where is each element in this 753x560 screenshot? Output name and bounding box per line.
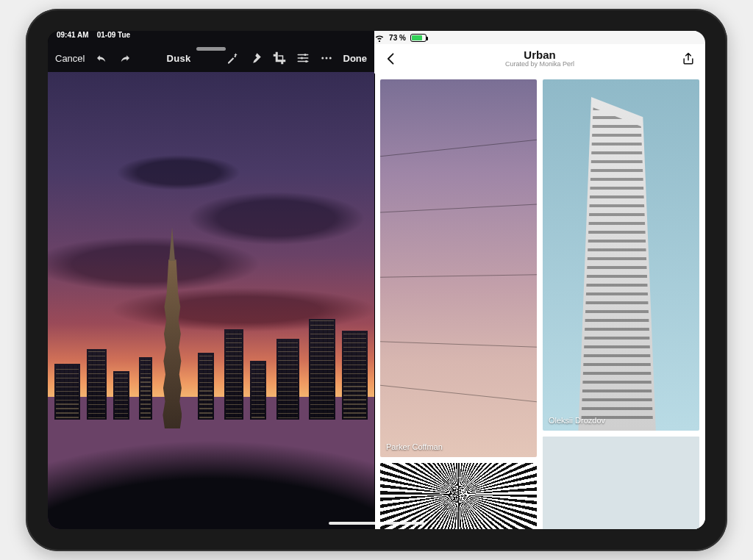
status-date: 01-09 Tue	[97, 31, 130, 39]
magic-wand-ml-icon[interactable]	[226, 51, 239, 65]
undo-icon[interactable]	[95, 51, 108, 65]
split-divider[interactable]	[374, 31, 375, 529]
status-time: 09:41 AM	[57, 31, 89, 39]
svg-point-3	[321, 57, 324, 60]
cancel-button[interactable]: Cancel	[55, 53, 85, 64]
gallery-title: Urban	[505, 49, 574, 60]
brush-icon[interactable]	[249, 51, 263, 65]
redo-icon[interactable]	[118, 51, 132, 65]
gallery-subtitle: Curated by Monika Perl	[505, 60, 574, 68]
left-app-photo-editor: Cancel Dusk	[48, 31, 374, 529]
home-indicator[interactable]	[329, 522, 424, 525]
gallery-thumb[interactable]: Oleksii Drozdov	[543, 437, 699, 529]
editor-title: Dusk	[166, 53, 190, 64]
gallery-thumb[interactable]: Oleksii Drozdov	[380, 463, 537, 529]
status-bar: 09:41 AM 01-09 Tue 73 %	[48, 31, 705, 44]
svg-point-2	[305, 60, 307, 62]
gallery-thumb[interactable]: Parker Coffman	[380, 79, 537, 457]
crop-icon[interactable]	[273, 51, 286, 65]
wifi-icon	[374, 34, 385, 42]
svg-point-5	[329, 57, 331, 60]
back-button[interactable]	[383, 51, 399, 67]
status-battery-percent: 73 %	[389, 34, 406, 42]
editor-canvas[interactable]	[48, 72, 374, 529]
editor-toolbar: Cancel Dusk	[48, 46, 374, 71]
thumb-author: Parker Coffman	[386, 442, 443, 451]
status-left: 09:41 AM 01-09 Tue	[57, 31, 374, 44]
gallery-navbar: Urban Curated by Monika Perl	[374, 44, 705, 73]
ipad-frame: 09:41 AM 01-09 Tue 73 % Cancel	[26, 9, 727, 551]
thumb-author: Oleksii Drozdov	[549, 416, 605, 425]
share-button[interactable]	[680, 51, 696, 67]
status-right: 73 %	[374, 31, 696, 44]
right-app-gallery: Urban Curated by Monika Perl Parker Coff…	[374, 31, 705, 529]
gallery-thumb[interactable]: Oleksii Drozdov	[543, 79, 699, 431]
ipad-screen: 09:41 AM 01-09 Tue 73 % Cancel	[48, 31, 705, 529]
gallery-grid[interactable]: Parker Coffman Oleksii Drozdov Oleksii D…	[374, 73, 705, 529]
sliders-icon[interactable]	[296, 51, 310, 65]
svg-point-4	[325, 57, 327, 60]
svg-point-1	[301, 57, 303, 60]
ellipsis-icon[interactable]	[320, 51, 333, 65]
battery-icon	[410, 34, 427, 42]
svg-point-0	[304, 54, 306, 56]
done-button[interactable]: Done	[343, 53, 368, 64]
gallery-title-block: Urban Curated by Monika Perl	[505, 49, 574, 68]
